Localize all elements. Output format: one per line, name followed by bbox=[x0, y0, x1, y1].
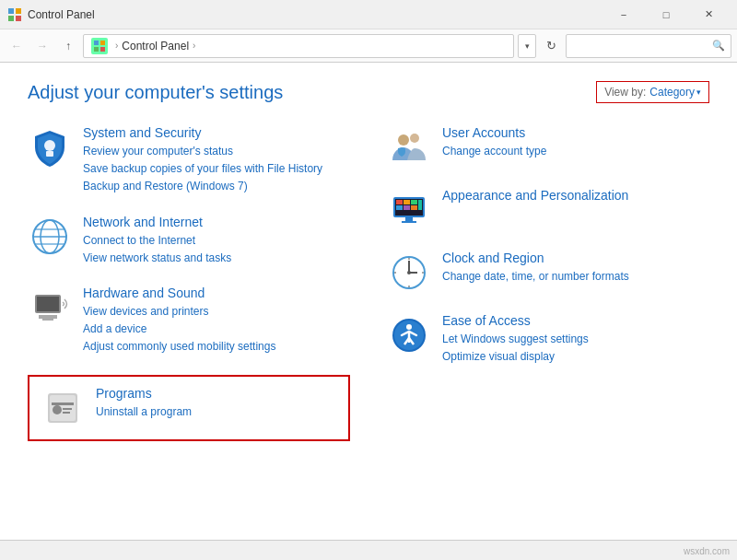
status-bar bbox=[0, 540, 737, 560]
hardware-sound-link-1[interactable]: View devices and printers bbox=[83, 303, 350, 321]
appearance-text: Appearance and Personalization bbox=[442, 188, 709, 205]
user-accounts-link-1[interactable]: Change account type bbox=[442, 143, 709, 160]
svg-rect-5 bbox=[100, 41, 105, 45]
address-dropdown[interactable]: ▾ bbox=[518, 34, 536, 58]
svg-rect-17 bbox=[39, 315, 57, 319]
main-content: Adjust your computer's settings View by:… bbox=[0, 63, 737, 540]
hardware-sound-icon bbox=[28, 286, 72, 330]
category-hardware-sound[interactable]: Hardware and Sound View devices and prin… bbox=[28, 286, 350, 356]
title-bar: Control Panel − □ ✕ bbox=[0, 0, 737, 29]
back-button[interactable]: ← bbox=[6, 35, 28, 57]
path-separator: › bbox=[115, 41, 118, 51]
svg-rect-3 bbox=[16, 16, 21, 21]
search-icon: 🔍 bbox=[712, 40, 725, 52]
svg-rect-1 bbox=[16, 8, 21, 14]
svg-rect-35 bbox=[418, 200, 422, 210]
left-column: System and Security Review your computer… bbox=[28, 125, 350, 460]
ease-access-text: Ease of Access Let Windows suggest setti… bbox=[442, 313, 709, 366]
appearance-icon bbox=[387, 188, 431, 232]
view-by-control[interactable]: View by: Category ▾ bbox=[596, 81, 709, 103]
search-box[interactable]: 🔍 bbox=[566, 34, 731, 58]
svg-point-25 bbox=[398, 134, 409, 146]
svg-point-26 bbox=[410, 134, 419, 143]
svg-rect-34 bbox=[411, 205, 417, 210]
view-by-label: View by: bbox=[604, 86, 646, 99]
categories-grid: System and Security Review your computer… bbox=[28, 125, 709, 460]
path-current: Control Panel bbox=[122, 40, 189, 52]
svg-rect-36 bbox=[405, 217, 413, 221]
category-user-accounts[interactable]: User Accounts Change account type bbox=[387, 125, 709, 169]
refresh-button[interactable]: ↻ bbox=[540, 34, 562, 58]
system-security-title[interactable]: System and Security bbox=[83, 125, 350, 140]
svg-rect-21 bbox=[52, 402, 74, 405]
hardware-sound-text: Hardware and Sound View devices and prin… bbox=[83, 286, 350, 356]
watermark: wsxdn.com bbox=[684, 546, 730, 556]
hardware-sound-link-2[interactable]: Add a device bbox=[83, 321, 350, 338]
maximize-button[interactable]: □ bbox=[645, 0, 687, 29]
system-security-icon bbox=[28, 125, 72, 169]
ease-access-link-1[interactable]: Let Windows suggest settings bbox=[442, 331, 709, 348]
svg-rect-29 bbox=[396, 200, 403, 204]
hardware-sound-title[interactable]: Hardware and Sound bbox=[83, 286, 350, 300]
svg-rect-24 bbox=[63, 412, 70, 414]
programs-icon bbox=[41, 386, 85, 430]
category-appearance[interactable]: Appearance and Personalization bbox=[387, 188, 709, 232]
category-programs[interactable]: Programs Uninstall a program bbox=[28, 375, 350, 441]
svg-rect-7 bbox=[100, 47, 105, 52]
page-title: Adjust your computer's settings bbox=[28, 82, 283, 103]
network-internet-link-2[interactable]: View network status and tasks bbox=[83, 250, 350, 267]
network-internet-text: Network and Internet Connect to the Inte… bbox=[83, 215, 350, 267]
user-accounts-title[interactable]: User Accounts bbox=[442, 125, 709, 140]
network-internet-link-1[interactable]: Connect to the Internet bbox=[83, 232, 350, 250]
ease-access-title[interactable]: Ease of Access bbox=[442, 313, 709, 328]
svg-rect-9 bbox=[46, 151, 53, 157]
title-bar-icon bbox=[7, 7, 22, 22]
network-internet-icon bbox=[28, 215, 72, 259]
close-button[interactable]: ✕ bbox=[687, 0, 730, 29]
appearance-title[interactable]: Appearance and Personalization bbox=[442, 188, 709, 203]
user-accounts-icon bbox=[387, 125, 431, 169]
svg-rect-16 bbox=[37, 297, 59, 311]
system-security-link-1[interactable]: Review your computer's status bbox=[83, 143, 350, 160]
svg-rect-37 bbox=[402, 221, 416, 223]
clock-region-link-1[interactable]: Change date, time, or number formats bbox=[442, 268, 709, 286]
category-system-security[interactable]: System and Security Review your computer… bbox=[28, 125, 350, 196]
minimize-button[interactable]: − bbox=[602, 0, 645, 29]
address-bar: ← → ↑ › Control Panel › ▾ ↻ 🔍 bbox=[0, 29, 737, 63]
system-security-link-2[interactable]: Save backup copies of your files with Fi… bbox=[83, 160, 350, 178]
category-clock-region[interactable]: Clock and Region Change date, time, or n… bbox=[387, 251, 709, 295]
title-bar-controls: − □ ✕ bbox=[602, 0, 730, 29]
hardware-sound-link-3[interactable]: Adjust commonly used mobility settings bbox=[83, 338, 350, 356]
svg-point-22 bbox=[53, 405, 62, 414]
address-path[interactable]: › Control Panel › bbox=[83, 34, 514, 58]
view-by-value[interactable]: Category bbox=[649, 86, 695, 99]
svg-rect-23 bbox=[63, 408, 72, 410]
up-button[interactable]: ↑ bbox=[57, 35, 79, 57]
programs-link-1[interactable]: Uninstall a program bbox=[96, 403, 337, 421]
svg-rect-18 bbox=[42, 319, 53, 321]
category-network-internet[interactable]: Network and Internet Connect to the Inte… bbox=[28, 215, 350, 267]
system-security-text: System and Security Review your computer… bbox=[83, 125, 350, 196]
svg-rect-6 bbox=[94, 47, 99, 52]
address-path-icon bbox=[91, 38, 108, 54]
clock-region-title[interactable]: Clock and Region bbox=[442, 251, 709, 265]
svg-rect-32 bbox=[396, 205, 403, 210]
programs-title[interactable]: Programs bbox=[96, 386, 337, 401]
system-security-link-3[interactable]: Backup and Restore (Windows 7) bbox=[83, 178, 350, 195]
path-end-separator: › bbox=[193, 41, 195, 51]
svg-point-8 bbox=[44, 140, 55, 151]
page-header: Adjust your computer's settings View by:… bbox=[28, 81, 709, 103]
forward-button[interactable]: → bbox=[31, 35, 53, 57]
title-bar-text: Control Panel bbox=[28, 8, 602, 21]
svg-rect-30 bbox=[404, 200, 410, 204]
search-input[interactable] bbox=[572, 40, 712, 52]
category-ease-access[interactable]: Ease of Access Let Windows suggest setti… bbox=[387, 313, 709, 366]
right-column: User Accounts Change account type bbox=[387, 125, 709, 460]
network-internet-title[interactable]: Network and Internet bbox=[83, 215, 350, 229]
svg-rect-0 bbox=[8, 8, 14, 14]
ease-access-link-2[interactable]: Optimize visual display bbox=[442, 348, 709, 366]
svg-rect-2 bbox=[8, 16, 14, 21]
clock-region-icon bbox=[387, 251, 431, 295]
svg-rect-33 bbox=[404, 205, 410, 210]
svg-rect-4 bbox=[94, 41, 99, 45]
